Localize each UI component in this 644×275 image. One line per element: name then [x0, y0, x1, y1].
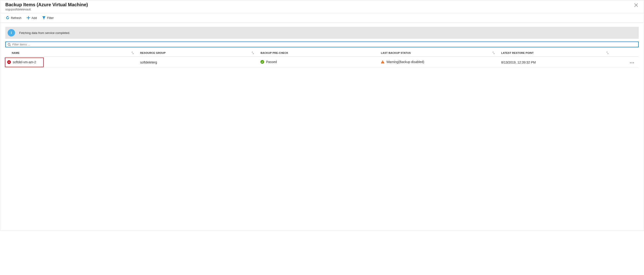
refresh-button[interactable]: Refresh — [5, 15, 22, 20]
check-icon — [260, 60, 264, 64]
cell-last-status: Warning(Backup disabled) — [386, 60, 424, 64]
svg-point-9 — [630, 62, 630, 63]
sort-icon — [606, 51, 609, 54]
vault-name: sogupsoftdeletevault — [5, 8, 88, 11]
filter-items-input[interactable] — [12, 43, 636, 46]
close-icon — [634, 3, 638, 7]
plus-icon — [26, 16, 30, 20]
warning-icon — [381, 60, 384, 64]
svg-line-3 — [10, 45, 10, 46]
col-header-restore-label: Latest Restore Point — [501, 51, 534, 54]
col-header-actions — [613, 49, 639, 57]
filter-button[interactable]: Filter — [42, 15, 54, 20]
col-header-status-label: Last Backup Status — [381, 51, 410, 54]
search-icon — [8, 43, 11, 46]
filter-label: Filter — [47, 16, 54, 20]
svg-rect-5 — [8, 62, 10, 62]
close-button[interactable] — [633, 2, 639, 8]
svg-rect-1 — [11, 32, 12, 34]
page-title: Backup Items (Azure Virtual Machine) — [5, 2, 88, 7]
svg-rect-8 — [382, 63, 383, 63]
sort-icon — [492, 51, 495, 54]
more-icon — [630, 62, 634, 63]
col-header-name[interactable]: Name — [5, 49, 138, 57]
add-button[interactable]: Add — [26, 15, 38, 20]
sort-icon — [252, 51, 254, 54]
sort-icon — [132, 51, 134, 54]
refresh-label: Refresh — [11, 16, 22, 20]
svg-point-2 — [8, 43, 10, 45]
info-text: Fetching data from service completed. — [19, 31, 70, 35]
col-header-name-label: Name — [12, 51, 20, 54]
cell-precheck: Passed — [266, 60, 277, 64]
svg-point-0 — [11, 32, 12, 32]
add-label: Add — [32, 16, 37, 20]
table-row[interactable]: softdel-vm-am-2 softdeleterg Passed — [5, 57, 639, 68]
col-header-latest-restore[interactable]: Latest Restore Point — [499, 49, 613, 57]
filter-items-wrap[interactable] — [5, 41, 639, 47]
row-more-button[interactable] — [629, 60, 635, 65]
svg-point-10 — [632, 62, 632, 63]
cell-latest-restore: 8/13/2019, 12:39:32 PM — [499, 57, 613, 68]
info-banner: Fetching data from service completed. — [5, 27, 639, 39]
col-header-last-status[interactable]: Last Backup Status — [379, 49, 499, 57]
stop-icon — [7, 60, 11, 64]
item-name: softdel-vm-am-2 — [13, 60, 36, 64]
col-header-rg-label: Resource Group — [140, 51, 166, 54]
svg-rect-7 — [382, 61, 383, 62]
col-header-precheck-label: Backup Pre-Check — [260, 51, 288, 54]
info-icon — [8, 29, 15, 36]
svg-point-6 — [260, 60, 264, 64]
col-header-precheck[interactable]: Backup Pre-Check — [258, 49, 379, 57]
svg-point-11 — [633, 62, 634, 63]
cell-resource-group: softdeleterg — [138, 57, 259, 68]
col-header-resource-group[interactable]: Resource Group — [138, 49, 259, 57]
refresh-icon — [6, 16, 10, 20]
filter-icon — [42, 16, 46, 20]
